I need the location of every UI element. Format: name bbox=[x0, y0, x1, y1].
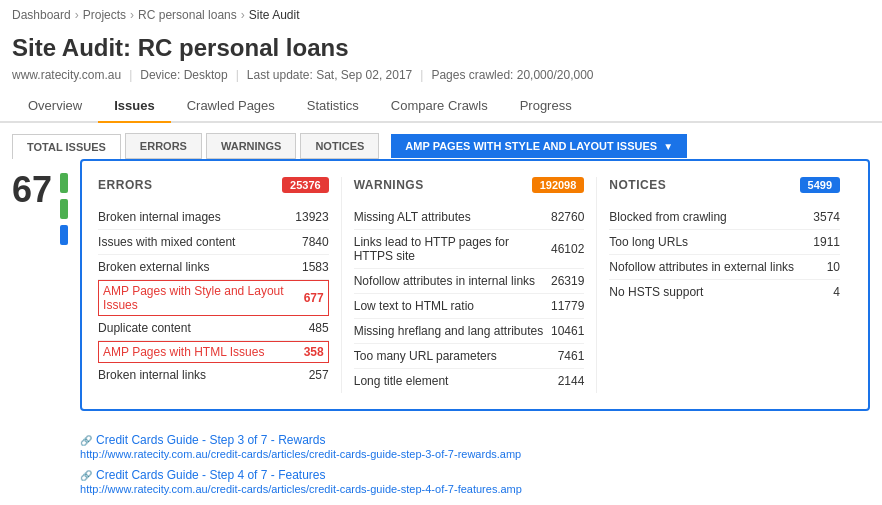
error-count-5: 485 bbox=[309, 321, 329, 335]
notice-row-3: Nofollow attributes in external links 10 bbox=[609, 255, 840, 280]
issues-tabs: TOTAL ISSUES ERRORS WARNINGS NOTICES AMP… bbox=[0, 123, 882, 159]
bottom-link-1: 🔗 Credit Cards Guide - Step 3 of 7 - Rew… bbox=[80, 429, 870, 464]
notice-label-2: Too long URLs bbox=[609, 235, 688, 249]
notice-row-4: No HSTS support 4 bbox=[609, 280, 840, 304]
amp-html-link[interactable]: AMP Pages with HTML Issues bbox=[103, 345, 264, 359]
sidebar-indicator-1 bbox=[60, 173, 68, 193]
breadcrumb: Dashboard › Projects › RC personal loans… bbox=[0, 0, 882, 30]
notices-title: NOTICES bbox=[609, 178, 666, 192]
tab-statistics[interactable]: Statistics bbox=[291, 90, 375, 123]
warning-row-3: Nofollow attributes in internal links 26… bbox=[354, 269, 585, 294]
page-title-section: Site Audit: RC personal loans bbox=[0, 30, 882, 66]
amp-style-link[interactable]: AMP Pages with Style and Layout Issues bbox=[103, 284, 304, 312]
bottom-links: 🔗 Credit Cards Guide - Step 3 of 7 - Rew… bbox=[68, 421, 882, 505]
error-label-5: Duplicate content bbox=[98, 321, 191, 335]
warning-label-7: Long title element bbox=[354, 374, 449, 388]
tab-progress[interactable]: Progress bbox=[504, 90, 588, 123]
warnings-column: WARNINGS 192098 Missing ALT attributes 8… bbox=[342, 177, 598, 393]
notice-count-4: 4 bbox=[833, 285, 840, 299]
warning-label-3: Nofollow attributes in internal links bbox=[354, 274, 535, 288]
breadcrumb-dashboard[interactable]: Dashboard bbox=[12, 8, 71, 22]
warning-count-4: 11779 bbox=[551, 299, 584, 313]
error-row-5: Duplicate content 485 bbox=[98, 316, 329, 341]
page-meta: www.ratecity.com.au | Device: Desktop | … bbox=[0, 66, 882, 90]
notice-row-1: Blocked from crawling 3574 bbox=[609, 205, 840, 230]
warning-row-5: Missing hreflang and lang attributes 104… bbox=[354, 319, 585, 344]
error-row-1: Broken internal images 13923 bbox=[98, 205, 329, 230]
warning-row-4: Low text to HTML ratio 11779 bbox=[354, 294, 585, 319]
errors-badge: 25376 bbox=[282, 177, 329, 193]
notice-label-4: No HSTS support bbox=[609, 285, 703, 299]
notice-count-3: 10 bbox=[827, 260, 840, 274]
error-row-4[interactable]: AMP Pages with Style and Layout Issues 6… bbox=[98, 280, 329, 316]
warnings-header: WARNINGS 192098 bbox=[354, 177, 585, 193]
error-row-2: Issues with mixed content 7840 bbox=[98, 230, 329, 255]
meta-url: www.ratecity.com.au bbox=[12, 68, 121, 82]
breadcrumb-projects[interactable]: Projects bbox=[83, 8, 126, 22]
warning-row-6: Too many URL parameters 7461 bbox=[354, 344, 585, 369]
notices-badge: 5499 bbox=[800, 177, 840, 193]
tab-overview[interactable]: Overview bbox=[12, 90, 98, 123]
notice-label-1: Blocked from crawling bbox=[609, 210, 726, 224]
error-row-7: Broken internal links 257 bbox=[98, 363, 329, 387]
warning-row-7: Long title element 2144 bbox=[354, 369, 585, 393]
error-count-6: 358 bbox=[304, 345, 324, 359]
notices-header: NOTICES 5499 bbox=[609, 177, 840, 193]
bottom-link-url-1[interactable]: http://www.ratecity.com.au/credit-cards/… bbox=[80, 448, 870, 460]
meta-last-update: Last update: Sat, Sep 02, 2017 bbox=[247, 68, 412, 82]
breadcrumb-rc-personal-loans[interactable]: RC personal loans bbox=[138, 8, 237, 22]
warning-count-2: 46102 bbox=[551, 242, 584, 256]
error-label-7: Broken internal links bbox=[98, 368, 206, 382]
error-count-4: 677 bbox=[304, 291, 324, 305]
warning-count-3: 26319 bbox=[551, 274, 584, 288]
tab-crawled-pages[interactable]: Crawled Pages bbox=[171, 90, 291, 123]
amp-dropdown-button[interactable]: AMP PAGES WITH STYLE AND LAYOUT ISSUES ▼ bbox=[391, 134, 687, 158]
error-label-1: Broken internal images bbox=[98, 210, 221, 224]
issues-tab-notices[interactable]: NOTICES bbox=[300, 133, 379, 159]
errors-column: ERRORS 25376 Broken internal images 1392… bbox=[98, 177, 342, 393]
error-count-3: 1583 bbox=[302, 260, 329, 274]
bottom-link-url-2[interactable]: http://www.ratecity.com.au/credit-cards/… bbox=[80, 483, 870, 495]
warning-label-6: Too many URL parameters bbox=[354, 349, 497, 363]
warning-count-5: 10461 bbox=[551, 324, 584, 338]
issues-tab-errors[interactable]: ERRORS bbox=[125, 133, 202, 159]
error-row-3: Broken external links 1583 bbox=[98, 255, 329, 280]
error-row-6[interactable]: AMP Pages with HTML Issues 358 bbox=[98, 341, 329, 363]
sidebar-indicator-2 bbox=[60, 199, 68, 219]
notice-count-2: 1911 bbox=[813, 235, 840, 249]
main-layout: 67 ERRORS 25376 Broken internal images 1… bbox=[0, 159, 882, 505]
main-tabs: Overview Issues Crawled Pages Statistics… bbox=[0, 90, 882, 123]
bottom-link-title-2[interactable]: 🔗 Credit Cards Guide - Step 4 of 7 - Fea… bbox=[80, 468, 870, 482]
warning-count-6: 7461 bbox=[558, 349, 585, 363]
error-label-3: Broken external links bbox=[98, 260, 209, 274]
breadcrumb-current: Site Audit bbox=[249, 8, 300, 22]
total-count: 67 bbox=[12, 169, 52, 211]
tab-issues[interactable]: Issues bbox=[98, 90, 170, 123]
notice-count-1: 3574 bbox=[813, 210, 840, 224]
tab-compare-crawls[interactable]: Compare Crawls bbox=[375, 90, 504, 123]
bottom-link-title-1[interactable]: 🔗 Credit Cards Guide - Step 3 of 7 - Rew… bbox=[80, 433, 870, 447]
issues-tab-total[interactable]: TOTAL ISSUES bbox=[12, 134, 121, 159]
meta-device: Device: Desktop bbox=[140, 68, 227, 82]
warning-label-4: Low text to HTML ratio bbox=[354, 299, 474, 313]
warnings-badge: 192098 bbox=[532, 177, 585, 193]
error-count-7: 257 bbox=[309, 368, 329, 382]
issues-tab-warnings[interactable]: WARNINGS bbox=[206, 133, 297, 159]
warnings-title: WARNINGS bbox=[354, 178, 424, 192]
meta-pages-crawled: Pages crawled: 20,000/20,000 bbox=[431, 68, 593, 82]
notice-label-3: Nofollow attributes in external links bbox=[609, 260, 794, 274]
error-label-2: Issues with mixed content bbox=[98, 235, 235, 249]
warning-row-2: Links lead to HTTP pages for HTTPS site … bbox=[354, 230, 585, 269]
error-count-1: 13923 bbox=[295, 210, 328, 224]
issues-popup: ERRORS 25376 Broken internal images 1392… bbox=[80, 159, 870, 411]
warning-label-1: Missing ALT attributes bbox=[354, 210, 471, 224]
link-icon-1: 🔗 bbox=[80, 435, 92, 446]
warning-count-7: 2144 bbox=[558, 374, 585, 388]
warning-count-1: 82760 bbox=[551, 210, 584, 224]
errors-title: ERRORS bbox=[98, 178, 152, 192]
error-count-2: 7840 bbox=[302, 235, 329, 249]
warning-row-1: Missing ALT attributes 82760 bbox=[354, 205, 585, 230]
chevron-down-icon: ▼ bbox=[663, 141, 673, 152]
bottom-link-2: 🔗 Credit Cards Guide - Step 4 of 7 - Fea… bbox=[80, 464, 870, 499]
sidebar-indicator-3 bbox=[60, 225, 68, 245]
